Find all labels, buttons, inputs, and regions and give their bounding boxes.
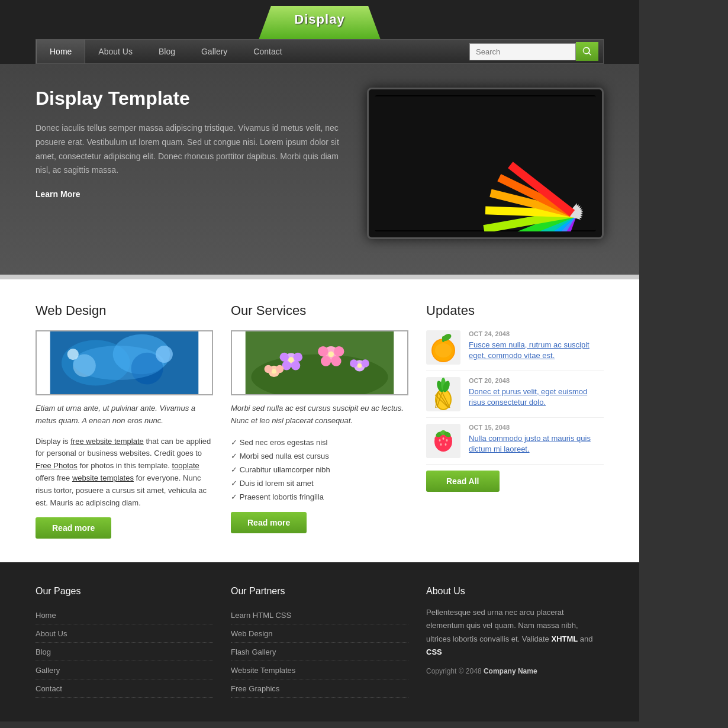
footer-pages-list: Home About Us Blog Gallery Contact: [36, 606, 213, 698]
footer-link[interactable]: Home: [36, 611, 56, 620]
footer-link-home[interactable]: Home: [36, 606, 213, 624]
update-date: OCT 15, 2048: [469, 424, 604, 431]
nav-item-contact[interactable]: Contact: [240, 40, 295, 63]
update-title[interactable]: Nulla commodo justo at mauris quis dictu…: [469, 433, 604, 455]
learn-more-link[interactable]: Learn More: [36, 189, 80, 199]
free-template-link[interactable]: free website template: [70, 437, 144, 446]
footer-link[interactable]: Contact: [36, 684, 62, 693]
footer-link-about[interactable]: About Us: [36, 624, 213, 643]
nav-item-home[interactable]: Home: [36, 40, 85, 63]
updates-col: Updates OCT 24, 2048 Fusce sem nu: [426, 303, 604, 539]
footer-partner-html[interactable]: Learn HTML CSS: [231, 606, 408, 624]
search-area: [465, 40, 603, 63]
web-design-image: [36, 330, 213, 395]
footer-link[interactable]: About Us: [36, 629, 67, 638]
site-logo: Display: [259, 6, 380, 39]
footer-link[interactable]: Gallery: [36, 666, 60, 675]
read-all-button[interactable]: Read All: [426, 471, 500, 492]
update-date: OCT 24, 2048: [469, 330, 604, 337]
nav-item-gallery[interactable]: Gallery: [188, 40, 240, 63]
website-templates-link[interactable]: website templates: [72, 473, 134, 482]
footer-pages-title: Our Pages: [36, 586, 213, 597]
svg-point-50: [357, 363, 362, 368]
svg-point-28: [67, 349, 79, 360]
web-design-body: Display is free website template that ca…: [36, 436, 213, 510]
footer-link[interactable]: Learn HTML CSS: [231, 611, 291, 620]
services-read-more-button[interactable]: Read more: [231, 512, 307, 533]
search-input[interactable]: [469, 43, 576, 60]
svg-point-40: [321, 356, 331, 366]
orange-illustration: [426, 330, 460, 365]
our-services-col: Our Services: [231, 303, 408, 539]
section-divider: [0, 275, 639, 279]
update-meta: OCT 20, 2048 Donec et purus velit, eget …: [469, 377, 604, 408]
footer-about-title: About Us: [426, 586, 604, 597]
checklist-item: Curabitur ullamcorper nibh: [231, 463, 408, 476]
svg-point-33: [294, 353, 302, 362]
footer-link[interactable]: Blog: [36, 648, 51, 656]
water-drops-illustration: [37, 331, 212, 394]
footer-partner-webdesign[interactable]: Web Design: [231, 624, 408, 643]
update-title[interactable]: Donec et purus velit, eget euismod risus…: [469, 386, 604, 408]
our-services-caption: Morbi sed nulla ac est cursus suscipit e…: [231, 402, 408, 427]
update-meta: OCT 24, 2048 Fusce sem nulla, rutrum ac …: [469, 330, 604, 361]
header: Display Home About Us Blog Gallery Conta…: [0, 0, 639, 64]
footer-our-pages: Our Pages Home About Us Blog Gallery Con…: [36, 586, 213, 698]
hero-image-wrap: [367, 88, 604, 239]
strawberry-illustration: [426, 424, 460, 458]
nav-link-about[interactable]: About Us: [85, 40, 146, 63]
updates-title: Updates: [426, 303, 604, 318]
footer-link[interactable]: Free Graphics: [231, 684, 279, 693]
search-button[interactable]: [576, 42, 598, 61]
footer-partner-graphics[interactable]: Free Graphics: [231, 679, 408, 698]
footer-link[interactable]: Web Design: [231, 629, 273, 638]
footer-link[interactable]: Website Templates: [231, 666, 295, 675]
tooplate-link[interactable]: tooplate: [172, 461, 199, 470]
checklist-item: Sed nec eros egestas nisl: [231, 436, 408, 449]
checklist-item: Praesent lobortis fringilla: [231, 490, 408, 504]
nav-item-blog[interactable]: Blog: [146, 40, 188, 63]
svg-point-38: [318, 346, 328, 356]
update-item: OCT 15, 2048 Nulla commodo justo at maur…: [426, 424, 604, 465]
footer-partners-title: Our Partners: [231, 586, 408, 597]
nav-link-blog[interactable]: Blog: [146, 40, 188, 63]
copyright: Copyright © 2048 Company Name: [426, 667, 604, 675]
footer-partner-templates[interactable]: Website Templates: [231, 661, 408, 679]
svg-point-42: [328, 352, 334, 357]
pineapple-illustration: [426, 377, 460, 411]
svg-point-27: [156, 346, 173, 363]
update-item: OCT 24, 2048 Fusce sem nulla, rutrum ac …: [426, 330, 604, 371]
update-meta: OCT 15, 2048 Nulla commodo justo at maur…: [469, 424, 604, 455]
footer-partner-flash[interactable]: Flash Gallery: [231, 643, 408, 661]
footer-link-contact[interactable]: Contact: [36, 679, 213, 698]
footer-link[interactable]: Flash Gallery: [231, 648, 276, 656]
svg-point-75: [445, 443, 447, 446]
footer-link-gallery[interactable]: Gallery: [36, 661, 213, 679]
nav-link-contact[interactable]: Contact: [240, 40, 295, 63]
our-services-image: [231, 330, 408, 395]
web-design-read-more-button[interactable]: Read more: [36, 517, 111, 539]
footer-link-blog[interactable]: Blog: [36, 643, 213, 661]
svg-point-32: [280, 353, 289, 362]
free-photos-link[interactable]: Free Photos: [36, 461, 78, 470]
services-checklist: Sed nec eros egestas nisl Morbi sed null…: [231, 436, 408, 504]
svg-point-41: [331, 356, 341, 366]
nav-link-gallery[interactable]: Gallery: [188, 40, 240, 63]
svg-point-44: [265, 365, 272, 373]
update-thumb-orange: [426, 330, 460, 365]
nav-item-about[interactable]: About Us: [85, 40, 146, 63]
update-item: OCT 20, 2048 Donec et purus velit, eget …: [426, 377, 604, 418]
company-name: Company Name: [484, 667, 537, 675]
nav-link-home[interactable]: Home: [36, 40, 85, 63]
svg-point-46: [272, 369, 276, 374]
footer: Our Pages Home About Us Blog Gallery Con…: [0, 562, 639, 721]
svg-point-71: [439, 439, 441, 442]
svg-point-48: [350, 359, 357, 367]
update-thumb-pineapple: [426, 377, 460, 411]
checklist-item: Morbi sed nulla est cursus: [231, 449, 408, 463]
content-section: Web Design Etiam ut urna ante, ut pulvin…: [0, 279, 639, 562]
update-title[interactable]: Fusce sem nulla, rutrum ac suscipit eget…: [469, 340, 604, 361]
hero-title: Display Template: [36, 88, 343, 109]
svg-point-39: [334, 346, 344, 356]
update-thumb-strawberry: [426, 424, 460, 458]
